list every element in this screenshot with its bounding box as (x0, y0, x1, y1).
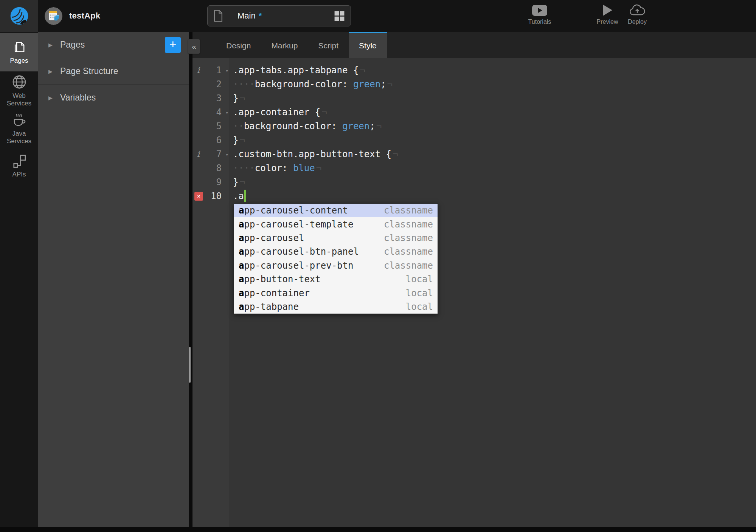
grid-icon[interactable] (334, 10, 345, 22)
line-number: 4 (216, 105, 222, 119)
section-caret-icon[interactable]: ▶ (48, 95, 53, 101)
suggestion-name: app-button-text (239, 274, 321, 285)
suggestion-kind: classname (384, 233, 433, 243)
eol-marker: ¬ (393, 149, 398, 159)
code-line-10[interactable]: ✕10.a (192, 189, 756, 203)
autocomplete-item[interactable]: app-carousel-btn-panelclassname (234, 245, 438, 258)
code-text[interactable]: ····color: blue¬ (229, 161, 321, 175)
rail-item-label: Pages (10, 57, 28, 65)
code-line-9[interactable]: 9}¬ (192, 175, 756, 189)
panel-section-variables[interactable]: ▶Variables (38, 85, 189, 111)
autocomplete-item[interactable]: app-carousel-prev-btnclassname (234, 259, 438, 272)
project-info[interactable]: testApk (45, 0, 100, 32)
eol-marker: ¬ (239, 93, 245, 104)
app-logo-button[interactable] (0, 0, 38, 32)
panel-section-page-structure[interactable]: ▶Page Structure (38, 58, 189, 85)
autocomplete-item[interactable]: app-carousel-templateclassname (234, 217, 438, 231)
info-icon: i (197, 147, 200, 161)
eol-marker: ¬ (360, 65, 365, 76)
code-text[interactable]: .a (229, 189, 246, 203)
tab-script[interactable]: Script (308, 32, 349, 58)
section-caret-icon[interactable]: ▶ (48, 68, 53, 74)
section-label: Page Structure (60, 66, 118, 76)
coffee-icon (11, 113, 27, 128)
fold-caret-icon[interactable]: ▾ (225, 105, 228, 119)
tab-markup[interactable]: Markup (261, 32, 308, 58)
autocomplete-item[interactable]: app-containerlocal (234, 286, 438, 300)
panel-splitter[interactable] (189, 32, 192, 527)
section-caret-icon[interactable]: ▶ (48, 42, 53, 48)
rail-item-label: JavaServices (7, 130, 31, 145)
code-line-8[interactable]: 8····color: blue¬ (192, 161, 756, 175)
code-line-1[interactable]: i1▾.app-tabs.app-tabpane {¬ (192, 63, 756, 77)
gutter-cell: i7▾ (192, 147, 229, 161)
rail-item-label: WebServices (7, 92, 31, 107)
code-token: } (233, 93, 238, 104)
line-number: 6 (216, 133, 222, 147)
tab-style[interactable]: Style (349, 32, 387, 58)
autocomplete-item[interactable]: app-button-textlocal (234, 272, 438, 286)
section-label: Variables (60, 93, 96, 103)
fold-caret-icon[interactable]: ▾ (225, 63, 228, 77)
code-text[interactable]: }¬ (229, 133, 245, 147)
eol-marker: ¬ (239, 135, 245, 145)
code-token: ; (369, 121, 375, 131)
suggestion-name: app-carousel-prev-btn (239, 260, 353, 271)
code-line-5[interactable]: 5··background-color: green;¬ (192, 119, 756, 133)
gutter-cell: 2 (192, 77, 229, 91)
panel-scrollbar-thumb[interactable] (189, 347, 191, 383)
deploy-button[interactable]: Deploy (622, 3, 653, 29)
code-token: .custom-btn.app-button-text { (233, 149, 391, 159)
code-token: .app-tabs.app-tabpane { (233, 65, 359, 76)
tutorials-button[interactable]: Tutorials (518, 3, 561, 29)
line-number: 7 (216, 147, 222, 161)
autocomplete-item[interactable]: app-carouselclassname (234, 231, 438, 245)
section-label: Pages (60, 40, 85, 50)
code-line-4[interactable]: 4▾.app-container {¬ (192, 105, 756, 119)
info-icon: i (197, 63, 200, 77)
rail-item-web-services[interactable]: WebServices (0, 74, 38, 107)
error-icon: ✕ (194, 192, 203, 201)
code-line-7[interactable]: i7▾.custom-btn.app-button-text {¬ (192, 147, 756, 161)
preview-button[interactable]: Preview (592, 3, 623, 29)
rail-item-pages[interactable]: Pages (0, 33, 38, 71)
line-number: 2 (216, 77, 222, 91)
panel-section-pages[interactable]: ▶Pages+ (38, 32, 189, 58)
code-line-3[interactable]: 3}¬ (192, 91, 756, 105)
gutter-cell: 3 (192, 91, 229, 105)
collapse-panel-icon[interactable]: « (188, 39, 200, 54)
rail-item-java-services[interactable]: JavaServices (0, 112, 38, 145)
code-text[interactable]: ··background-color: green;¬ (229, 119, 382, 133)
suggestion-kind: classname (384, 205, 433, 216)
gutter-cell: 5 (192, 119, 229, 133)
code-text[interactable]: }¬ (229, 175, 245, 189)
project-name: testApk (69, 11, 100, 21)
code-token: .app-container { (233, 107, 320, 118)
rail-item-apis[interactable]: APIs (0, 155, 38, 178)
app-window: testApk Main * TutorialsPreviewDeploy Pa… (0, 0, 756, 532)
code-text[interactable]: }¬ (229, 91, 245, 105)
line-number: 10 (211, 189, 222, 203)
add-page-button[interactable]: + (165, 37, 181, 53)
indent-whitespace: ·· (233, 121, 244, 131)
tab-design[interactable]: Design (216, 32, 261, 58)
page-tab-main[interactable]: Main * (207, 5, 351, 26)
pages-icon (12, 40, 26, 55)
autocomplete-popup: app-carousel-contentclassnameapp-carouse… (234, 203, 438, 314)
autocomplete-item[interactable]: app-tabpanelocal (234, 300, 438, 314)
css-value-token: blue (293, 163, 315, 173)
indent-whitespace: ···· (233, 163, 255, 173)
code-line-2[interactable]: 2····background-color: green;¬ (192, 77, 756, 91)
code-text[interactable]: .app-container {¬ (229, 105, 327, 119)
line-number: 9 (216, 175, 222, 189)
code-line-6[interactable]: 6}¬ (192, 133, 756, 147)
eol-marker: ¬ (387, 79, 393, 90)
autocomplete-item[interactable]: app-carousel-contentclassname (234, 204, 438, 217)
suggestion-name: app-container (239, 288, 310, 298)
fold-caret-icon[interactable]: ▾ (225, 147, 228, 161)
code-text[interactable]: ····background-color: green;¬ (229, 77, 393, 91)
suggestion-kind: local (406, 288, 433, 298)
code-text[interactable]: .custom-btn.app-button-text {¬ (229, 147, 398, 161)
code-text[interactable]: .app-tabs.app-tabpane {¬ (229, 63, 365, 77)
suggestion-kind: classname (384, 246, 433, 257)
